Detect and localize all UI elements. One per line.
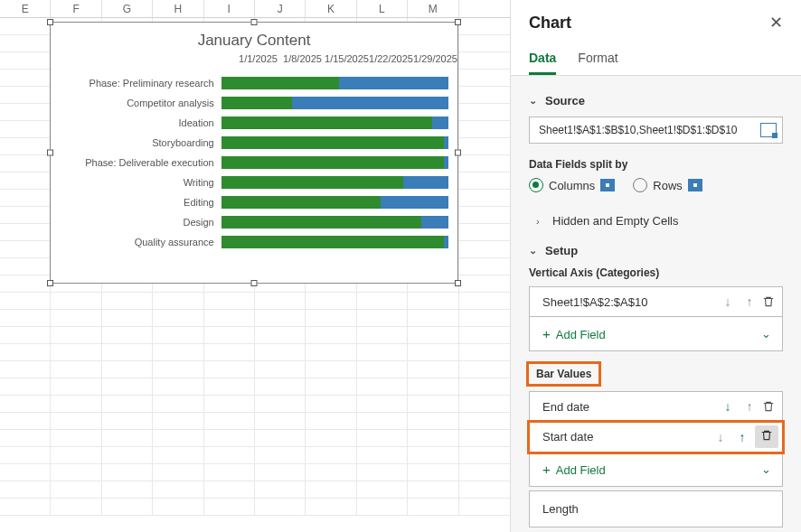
chevron-right-icon: ›: [536, 216, 547, 227]
panel-title: Chart: [529, 14, 571, 33]
bar-category-label: Writing: [51, 177, 221, 188]
resize-handle[interactable]: [455, 150, 461, 156]
bar-value-start-date[interactable]: Start date ↓ ↑: [529, 422, 783, 453]
columns-icon: [600, 179, 615, 191]
col-header[interactable]: L: [357, 0, 408, 17]
move-down-icon[interactable]: ↓: [719, 399, 737, 414]
axis-tick: 1/8/2025: [280, 53, 325, 64]
chart-bar-row[interactable]: Phase: Preliminary research: [51, 73, 448, 93]
range-text: Sheet1!$A$1:$B$10,Sheet1!$D$1:$D$10: [539, 124, 760, 136]
source-range-input[interactable]: Sheet1!$A$1:$B$10,Sheet1!$D$1:$D$10: [529, 117, 783, 144]
move-up-icon[interactable]: ↑: [740, 399, 759, 414]
field-text: End date: [542, 400, 715, 414]
tab-format[interactable]: Format: [578, 42, 617, 75]
bar-category-label: Quality assurance: [51, 237, 221, 247]
range-picker-icon[interactable]: [760, 123, 777, 137]
length-label: Length: [542, 502, 579, 516]
resize-handle[interactable]: [455, 280, 461, 286]
chart-bar-row[interactable]: Ideation: [51, 113, 448, 133]
delete-icon[interactable]: [762, 295, 775, 308]
tab-data[interactable]: Data: [529, 42, 556, 75]
chart-bar-row[interactable]: Writing: [51, 173, 448, 192]
bar-category-label: Design: [51, 217, 221, 228]
move-up-icon[interactable]: ↑: [733, 430, 751, 444]
chevron-down-icon: ⌄: [529, 245, 540, 257]
resize-handle[interactable]: [47, 280, 53, 286]
delete-icon: [760, 429, 773, 442]
add-field-vaxis[interactable]: +Add Field ⌄: [529, 317, 783, 351]
axis-tick: 1/15/2025: [325, 53, 369, 64]
chart-title[interactable]: January Content: [51, 23, 457, 53]
section-label: Source: [545, 94, 585, 107]
move-down-icon[interactable]: ↓: [711, 430, 730, 444]
col-header[interactable]: E: [0, 0, 51, 17]
delete-button-highlighted[interactable]: [755, 425, 778, 448]
col-header[interactable]: I: [204, 0, 255, 17]
bar-category-label: Ideation: [51, 117, 221, 128]
bar-category-label: Phase: Deliverable execution: [51, 157, 221, 168]
chart-bar-row[interactable]: Competitor analysis: [51, 93, 448, 113]
axis-tick: 1/29/2025: [413, 53, 457, 64]
chart-sidebar-panel: Chart ✕ Data Format ⌄ Source Sheet1!$A$1…: [510, 0, 801, 532]
length-field[interactable]: Length: [529, 490, 783, 527]
delete-icon[interactable]: [762, 400, 775, 413]
x-axis: 1/1/2025 1/8/2025 1/15/2025 1/22/2025 1/…: [51, 53, 457, 64]
bar-category-label: Storyboarding: [51, 137, 221, 148]
bar-category-label: Competitor analysis: [51, 98, 221, 108]
axis-tick: 1/22/2025: [369, 53, 413, 64]
spreadsheet-grid[interactable]: E F G H I J K L M: [0, 0, 510, 532]
bar-values-label: Bar Values: [529, 364, 598, 384]
split-by-label: Data Fields split by: [529, 158, 783, 171]
vaxis-field[interactable]: Sheet1!$A$2:$A$10 ↓ ↑: [529, 286, 783, 317]
resize-handle[interactable]: [455, 19, 461, 25]
chevron-down-icon: ⌄: [529, 95, 540, 107]
add-field-label: Add Field: [556, 463, 606, 477]
field-text: Sheet1!$A$2:$A$10: [542, 295, 715, 309]
move-down-icon[interactable]: ↓: [719, 294, 737, 309]
col-header[interactable]: G: [102, 0, 153, 17]
radio-label: Columns: [549, 179, 595, 192]
bar-value-end-date[interactable]: End date ↓ ↑: [529, 391, 783, 422]
hidden-cells-button[interactable]: › Hidden and Empty Cells: [529, 207, 783, 235]
axis-tick: 1/1/2025: [236, 53, 280, 64]
resize-handle[interactable]: [251, 280, 258, 286]
add-field-label: Add Field: [556, 328, 606, 341]
field-text: Start date: [542, 430, 708, 443]
bar-category-label: Phase: Preliminary research: [51, 78, 221, 89]
radio-label: Rows: [653, 179, 683, 192]
chart-bar-row[interactable]: Editing: [51, 192, 448, 212]
radio-columns[interactable]: Columns: [529, 178, 615, 192]
col-header[interactable]: J: [255, 0, 306, 17]
col-header[interactable]: H: [153, 0, 203, 17]
column-headers: E F G H I J K L M: [0, 0, 510, 18]
resize-handle[interactable]: [47, 19, 53, 25]
split-radio-group: Columns Rows: [529, 178, 783, 192]
chart-bar-row[interactable]: Design: [51, 212, 448, 232]
hidden-label: Hidden and Empty Cells: [552, 214, 678, 228]
rows-icon: [688, 179, 702, 191]
close-icon[interactable]: ✕: [769, 13, 783, 33]
radio-icon: [529, 178, 543, 192]
chart-bar-row[interactable]: Quality assurance: [51, 232, 448, 252]
resize-handle[interactable]: [251, 19, 258, 25]
col-header[interactable]: M: [408, 0, 458, 17]
add-field-bar-values[interactable]: +Add Field ⌄: [529, 453, 783, 487]
chart-bar-row[interactable]: Phase: Deliverable execution: [51, 153, 448, 173]
move-up-icon[interactable]: ↑: [740, 294, 759, 309]
radio-icon: [633, 178, 647, 192]
panel-tabs: Data Format: [511, 42, 801, 76]
col-header[interactable]: F: [51, 0, 101, 17]
col-header[interactable]: K: [306, 0, 356, 17]
chevron-down-icon: ⌄: [761, 327, 771, 341]
radio-rows[interactable]: Rows: [633, 178, 702, 192]
section-label: Setup: [545, 244, 578, 257]
chart-bar-row[interactable]: Storyboarding: [51, 133, 448, 153]
resize-handle[interactable]: [47, 150, 53, 156]
chevron-down-icon: ⌄: [761, 462, 771, 476]
section-source[interactable]: ⌄ Source: [529, 94, 783, 107]
vaxis-label: Vertical Axis (Categories): [529, 266, 783, 279]
plot-area[interactable]: Phase: Preliminary researchCompetitor an…: [51, 73, 457, 261]
section-setup[interactable]: ⌄ Setup: [529, 244, 783, 257]
bar-category-label: Editing: [51, 197, 221, 208]
embedded-chart[interactable]: January Content 1/1/2025 1/8/2025 1/15/2…: [50, 22, 458, 284]
